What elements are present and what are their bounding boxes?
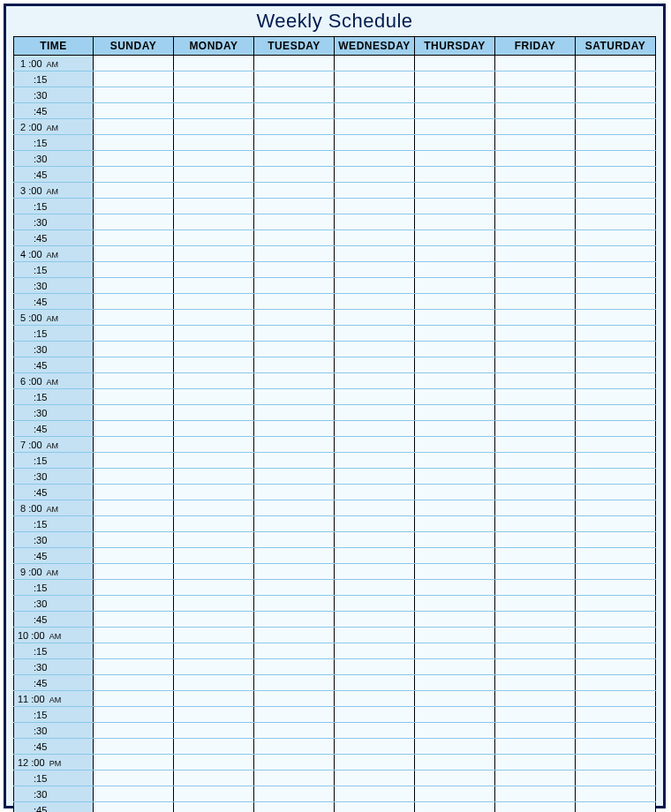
schedule-cell[interactable] [335,755,415,771]
schedule-cell[interactable] [335,119,415,135]
schedule-cell[interactable] [415,294,495,310]
schedule-cell[interactable] [576,659,656,675]
schedule-cell[interactable] [94,135,174,151]
schedule-cell[interactable] [94,691,174,707]
schedule-cell[interactable] [254,437,335,453]
schedule-cell[interactable] [335,167,415,183]
schedule-cell[interactable] [495,167,576,183]
schedule-cell[interactable] [335,786,415,802]
schedule-cell[interactable] [415,87,495,103]
schedule-cell[interactable] [415,405,495,421]
schedule-cell[interactable] [576,691,656,707]
schedule-cell[interactable] [415,326,495,342]
schedule-cell[interactable] [495,643,576,659]
schedule-cell[interactable] [415,532,495,548]
schedule-cell[interactable] [415,771,495,786]
schedule-cell[interactable] [415,421,495,437]
schedule-cell[interactable] [576,580,656,596]
schedule-cell[interactable] [335,691,415,707]
schedule-cell[interactable] [495,564,576,580]
schedule-cell[interactable] [415,119,495,135]
schedule-cell[interactable] [174,691,254,707]
schedule-cell[interactable] [254,167,335,183]
schedule-cell[interactable] [94,151,174,167]
schedule-cell[interactable] [495,580,576,596]
schedule-cell[interactable] [415,564,495,580]
schedule-cell[interactable] [415,389,495,405]
schedule-cell[interactable] [94,262,174,278]
schedule-cell[interactable] [94,246,174,262]
schedule-cell[interactable] [174,246,254,262]
schedule-cell[interactable] [335,532,415,548]
schedule-cell[interactable] [254,214,335,230]
schedule-cell[interactable] [576,87,656,103]
schedule-cell[interactable] [254,119,335,135]
schedule-cell[interactable] [576,485,656,500]
schedule-cell[interactable] [174,262,254,278]
schedule-cell[interactable] [94,580,174,596]
schedule-cell[interactable] [415,199,495,214]
schedule-cell[interactable] [94,373,174,389]
schedule-cell[interactable] [495,628,576,643]
schedule-cell[interactable] [254,548,335,564]
schedule-cell[interactable] [335,151,415,167]
schedule-cell[interactable] [576,167,656,183]
schedule-cell[interactable] [254,723,335,739]
schedule-cell[interactable] [495,691,576,707]
schedule-cell[interactable] [254,612,335,628]
schedule-cell[interactable] [576,564,656,580]
schedule-cell[interactable] [174,532,254,548]
schedule-cell[interactable] [94,119,174,135]
schedule-cell[interactable] [495,469,576,485]
schedule-cell[interactable] [254,135,335,151]
schedule-cell[interactable] [94,56,174,71]
schedule-cell[interactable] [576,71,656,87]
schedule-cell[interactable] [335,326,415,342]
schedule-cell[interactable] [174,167,254,183]
schedule-cell[interactable] [335,103,415,119]
schedule-cell[interactable] [254,532,335,548]
schedule-cell[interactable] [254,675,335,691]
schedule-cell[interactable] [415,659,495,675]
schedule-cell[interactable] [174,56,254,71]
schedule-cell[interactable] [174,278,254,294]
schedule-cell[interactable] [94,342,174,357]
schedule-cell[interactable] [576,548,656,564]
schedule-cell[interactable] [94,564,174,580]
schedule-cell[interactable] [335,294,415,310]
schedule-cell[interactable] [174,405,254,421]
schedule-cell[interactable] [576,500,656,516]
schedule-cell[interactable] [335,675,415,691]
schedule-cell[interactable] [576,230,656,246]
schedule-cell[interactable] [576,628,656,643]
schedule-cell[interactable] [335,262,415,278]
schedule-cell[interactable] [94,469,174,485]
schedule-cell[interactable] [254,771,335,786]
schedule-cell[interactable] [415,691,495,707]
schedule-cell[interactable] [94,453,174,469]
schedule-cell[interactable] [495,326,576,342]
schedule-cell[interactable] [254,230,335,246]
schedule-cell[interactable] [94,87,174,103]
schedule-cell[interactable] [94,771,174,786]
schedule-cell[interactable] [174,71,254,87]
schedule-cell[interactable] [174,294,254,310]
schedule-cell[interactable] [254,246,335,262]
schedule-cell[interactable] [174,659,254,675]
schedule-cell[interactable] [415,214,495,230]
schedule-cell[interactable] [335,469,415,485]
schedule-cell[interactable] [495,755,576,771]
schedule-cell[interactable] [415,342,495,357]
schedule-cell[interactable] [495,802,576,813]
schedule-cell[interactable] [495,214,576,230]
schedule-cell[interactable] [94,628,174,643]
schedule-cell[interactable] [254,421,335,437]
schedule-cell[interactable] [174,771,254,786]
schedule-cell[interactable] [576,103,656,119]
schedule-cell[interactable] [335,453,415,469]
schedule-cell[interactable] [495,612,576,628]
schedule-cell[interactable] [495,485,576,500]
schedule-cell[interactable] [576,421,656,437]
schedule-cell[interactable] [576,151,656,167]
schedule-cell[interactable] [576,278,656,294]
